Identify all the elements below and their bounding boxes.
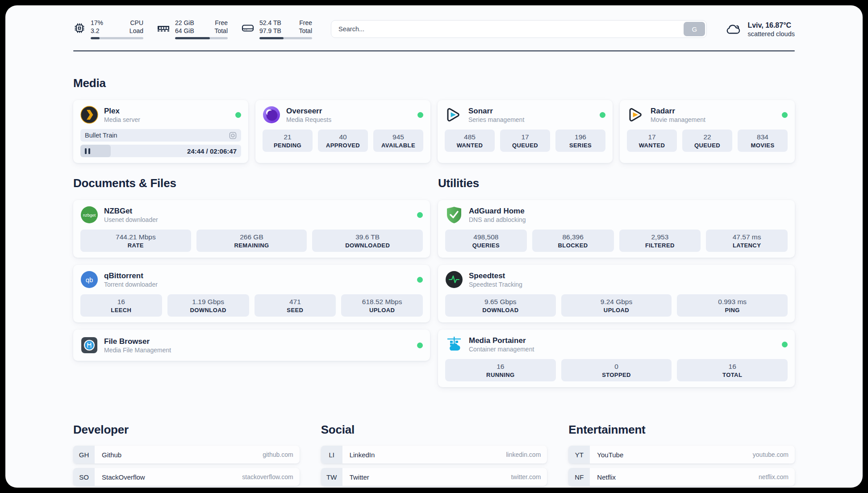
stat-pill: 1.19 Gbps DOWNLOAD	[167, 294, 249, 317]
app-subtitle: Speedtest Tracking	[469, 281, 522, 288]
cpu-load-label: Load	[129, 27, 143, 35]
ram-free-label: Free	[214, 19, 228, 27]
portainer-icon	[445, 335, 463, 353]
app-subtitle: Media server	[104, 116, 140, 123]
file-browser-icon	[80, 336, 98, 354]
app-name: Sonarr	[468, 106, 524, 116]
documents-column: Documents & Files nzbget NZBGet Usenet d	[73, 176, 430, 394]
weather-location-temp: Lviv, 16.87°C	[747, 21, 795, 30]
stat-pill: 40 APPROVED	[318, 130, 368, 152]
stat-pill: 196 SERIES	[555, 130, 605, 152]
app-subtitle: Container management	[469, 346, 534, 353]
app-name: Overseerr	[286, 106, 331, 116]
weather-widget[interactable]: Lviv, 16.87°C scattered clouds	[726, 21, 795, 38]
search-input[interactable]	[331, 20, 707, 38]
svg-text:qb: qb	[86, 276, 93, 284]
utilities-column: Utilities	[438, 176, 795, 394]
app-name: Plex	[104, 106, 140, 116]
entertainment-section-title: Entertainment	[568, 423, 795, 437]
overseerr-card[interactable]: Overseerr Media Requests 21 PENDING 40 A…	[255, 100, 430, 163]
cpu-usage-value: 17%	[91, 19, 103, 27]
cpu-label: CPU	[129, 19, 143, 27]
github-badge: GH	[73, 446, 95, 464]
radarr-card[interactable]: Radarr Movie management 17 WANTED 22 QUE…	[620, 100, 795, 163]
link-netflix[interactable]: NF Netflix netflix.com	[568, 468, 795, 486]
search-bar: G	[331, 20, 707, 38]
twitter-badge: TW	[321, 468, 342, 486]
app-subtitle: DNS and adblocking	[469, 216, 526, 223]
playback-progress-bar[interactable]: 24:44 / 02:06:47	[80, 145, 241, 157]
app-name: Media Portainer	[469, 336, 534, 345]
stat-pill: 17 WANTED	[627, 130, 677, 152]
portainer-card[interactable]: Media Portainer Container management 16 …	[438, 330, 795, 387]
app-name: Radarr	[651, 106, 705, 116]
plex-icon	[80, 106, 98, 124]
app-subtitle: Series management	[468, 116, 524, 123]
nzbget-card[interactable]: nzbget NZBGet Usenet downloader 744.21 M…	[73, 200, 430, 258]
ram-stat: 22 GiB 64 GiB Free Total	[157, 19, 228, 39]
dashboard-page: 17% 3.2 CPU Load	[5, 5, 863, 488]
svg-text:nzbget: nzbget	[83, 213, 96, 217]
speedtest-card[interactable]: Speedtest Speedtest Tracking 9.65 Gbps D…	[438, 265, 795, 322]
qbittorrent-card[interactable]: qb qBittorrent Torrent downloader 16 LEE…	[73, 265, 430, 322]
status-online-dot	[782, 112, 788, 118]
top-bar: 17% 3.2 CPU Load	[73, 17, 795, 41]
status-online-dot	[600, 112, 605, 118]
netflix-badge: NF	[568, 468, 590, 486]
stat-pill: 86,396 BLOCKED	[532, 230, 614, 252]
sonarr-card[interactable]: Sonarr Series management 485 WANTED 17 Q…	[438, 100, 613, 163]
app-name: NZBGet	[104, 206, 158, 216]
utilities-section-title: Utilities	[438, 176, 795, 190]
link-stackoverflow[interactable]: SO StackOverflow stackoverflow.com	[73, 468, 300, 486]
cpu-load-value: 3.2	[91, 27, 103, 35]
adguard-card[interactable]: AdGuard Home DNS and adblocking 498,508 …	[438, 200, 795, 258]
documents-section-title: Documents & Files	[73, 176, 430, 190]
status-online-dot	[417, 277, 423, 283]
entertainment-links-section: Entertainment YT YouTube youtube.com NF …	[568, 423, 795, 488]
stat-pill: 9.24 Gbps UPLOAD	[561, 294, 672, 317]
file-browser-card[interactable]: File Browser Media File Management	[73, 330, 430, 361]
youtube-badge: YT	[568, 446, 590, 464]
adguard-icon	[445, 206, 463, 224]
search-engine-button[interactable]: G	[684, 22, 705, 36]
status-online-dot	[417, 343, 423, 348]
link-youtube[interactable]: YT YouTube youtube.com	[568, 446, 795, 464]
link-linkedin[interactable]: LI LinkedIn linkedin.com	[321, 446, 547, 464]
radarr-icon	[627, 106, 645, 124]
app-name: File Browser	[104, 337, 171, 346]
app-name: qBittorrent	[104, 271, 158, 280]
stat-pill: 9.65 Gbps DOWNLOAD	[445, 294, 556, 317]
media-grid: Plex Media server Bullet Train	[73, 100, 795, 163]
ram-free-value: 22 GiB	[175, 19, 194, 27]
storage-progress-bar	[259, 37, 312, 39]
stat-pill: 834 MOVIES	[738, 130, 788, 152]
stat-pill: 47.57 ms LATENCY	[706, 230, 788, 252]
status-online-dot	[235, 112, 241, 118]
storage-stat: 52.4 TB 97.9 TB Free Total	[241, 19, 312, 39]
stat-pill: 0 STOPPED	[561, 359, 672, 381]
stat-pill: 266 GB REMAINING	[196, 230, 307, 252]
storage-free-label: Free	[299, 19, 312, 27]
sonarr-icon	[445, 106, 463, 124]
header-divider	[73, 50, 795, 51]
speedtest-icon	[445, 271, 463, 288]
stat-pill: 618.52 Mbps UPLOAD	[341, 294, 423, 317]
cpu-stat: 17% 3.2 CPU Load	[73, 19, 143, 39]
status-online-dot	[417, 212, 423, 218]
stat-pill: 945 AVAILABLE	[373, 130, 423, 152]
stackoverflow-badge: SO	[73, 468, 95, 486]
stat-pill: 17 QUEUED	[500, 130, 550, 152]
stat-pill: 16 LEECH	[80, 294, 162, 317]
nzbget-icon: nzbget	[80, 206, 98, 224]
system-stats: 17% 3.2 CPU Load	[73, 19, 312, 39]
plex-card[interactable]: Plex Media server Bullet Train	[73, 100, 248, 163]
qbittorrent-icon: qb	[80, 271, 98, 288]
cpu-progress-bar	[91, 37, 143, 39]
link-github[interactable]: GH Github github.com	[73, 446, 300, 464]
status-online-dot	[782, 342, 788, 347]
stat-pill: 744.21 Mbps RATE	[80, 230, 191, 252]
pause-icon[interactable]	[85, 148, 90, 154]
link-twitter[interactable]: TW Twitter twitter.com	[321, 468, 547, 486]
video-session-icon	[229, 132, 237, 139]
developer-links-section: Developer GH Github github.com SO StackO…	[73, 423, 300, 488]
